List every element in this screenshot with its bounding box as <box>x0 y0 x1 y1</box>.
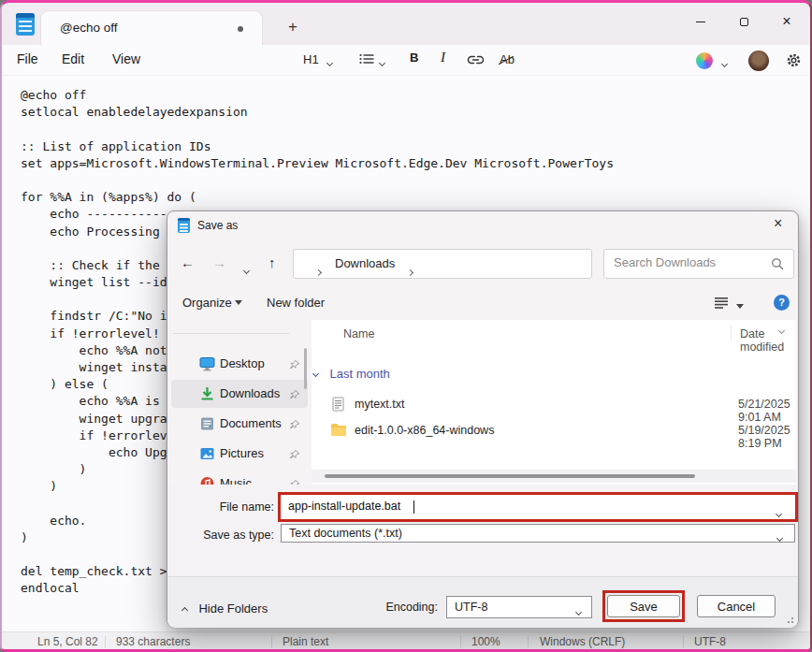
help-button[interactable]: ? <box>774 295 790 311</box>
sidebar-item-downloads[interactable]: Downloads <box>171 380 308 408</box>
hide-folders-button[interactable]: Hide Folders <box>182 600 268 616</box>
maximize-icon <box>740 18 748 26</box>
group-collapse-icon <box>312 370 319 377</box>
downloads-icon <box>199 386 215 401</box>
dialog-title-bar: Save as × <box>167 211 798 239</box>
bold-button[interactable]: B <box>410 51 418 65</box>
cursor-position: Ln 5, Col 82 <box>37 635 98 648</box>
file-row-mytext[interactable]: mytext.txt 5/21/2025 9:01 AM Text Docume… <box>312 393 796 417</box>
save-type-dropdown-icon <box>777 530 782 543</box>
list-button[interactable] <box>359 53 374 67</box>
dialog-close-button[interactable]: × <box>774 215 782 232</box>
column-header-date[interactable]: Date modified <box>740 327 796 354</box>
menu-view[interactable]: View <box>109 51 144 66</box>
dialog-footer: Hide Folders Encoding: UTF-8 Save Cancel <box>167 576 798 628</box>
save-button[interactable]: Save <box>607 595 680 617</box>
organize-dropdown-icon <box>235 300 242 305</box>
gear-icon <box>786 52 802 68</box>
maximize-button[interactable] <box>722 3 765 40</box>
filename-dropdown-icon[interactable] <box>776 503 781 520</box>
pin-icon[interactable] <box>289 417 300 434</box>
group-header-last-month[interactable]: Last month <box>313 365 390 382</box>
clear-formatting-button[interactable]: Ab <box>500 52 515 66</box>
save-as-dialog: Save as × ← → ↑ Downloads <box>167 210 799 628</box>
breadcrumb-root-chevron-icon[interactable] <box>316 262 321 279</box>
insert-link-button[interactable] <box>467 53 485 69</box>
organize-button[interactable]: Organize <box>182 296 242 310</box>
pin-icon[interactable] <box>289 387 300 404</box>
breadcrumb-chevron-icon[interactable] <box>408 262 413 279</box>
view-mode-button[interactable] <box>714 297 729 312</box>
encoding-status: UTF-8 <box>694 635 726 648</box>
column-header-name[interactable]: Name <box>343 327 374 340</box>
breadcrumb-folder[interactable]: Downloads <box>335 256 395 270</box>
title-bar: @echo off + × <box>2 3 810 45</box>
document-mode: Plain text <box>283 635 328 648</box>
copilot-dropdown-icon[interactable] <box>722 55 727 69</box>
nav-recent-dropdown-icon[interactable] <box>244 260 249 277</box>
menu-file[interactable]: File <box>13 51 42 66</box>
resize-grip[interactable] <box>786 616 793 623</box>
italic-button[interactable]: I <box>441 50 445 65</box>
zoom-level: 100% <box>471 635 500 648</box>
documents-icon <box>199 416 215 431</box>
code-line: @echo off <box>21 88 614 105</box>
encoding-dropdown-icon <box>576 604 581 617</box>
file-name-input[interactable]: app-install-update.bat <box>281 495 795 519</box>
nav-forward-button[interactable]: → <box>212 254 226 270</box>
code-line: for %%A in (%apps%) do ( <box>21 190 614 207</box>
new-tab-button[interactable]: + <box>281 16 305 38</box>
code-line <box>21 122 614 138</box>
character-count: 933 characters <box>116 635 190 648</box>
status-bar: Ln 5, Col 82 933 characters Plain text 1… <box>2 631 810 652</box>
avatar <box>748 51 769 71</box>
menu-edit[interactable]: Edit <box>58 51 88 66</box>
sidebar-item-pictures[interactable]: Pictures <box>171 440 308 468</box>
heading-dropdown-icon[interactable] <box>327 54 332 68</box>
encoding-combobox[interactable]: UTF-8 <box>446 596 592 618</box>
account-button[interactable] <box>748 51 769 74</box>
settings-button[interactable] <box>786 52 802 71</box>
search-box[interactable] <box>603 249 794 279</box>
sidebar-item-documents[interactable]: Documents <box>171 410 308 438</box>
pin-icon[interactable] <box>289 357 300 374</box>
list-dropdown-icon[interactable] <box>380 54 384 68</box>
file-row-edit-folder[interactable]: edit-1.0.0-x86_64-windows 5/19/2025 8:19… <box>312 419 796 443</box>
link-icon <box>467 53 485 66</box>
text-file-icon <box>332 397 344 415</box>
tab-echo-off[interactable]: @echo off <box>41 11 262 45</box>
save-type-label: Save as type: <box>167 529 274 542</box>
address-bar[interactable]: Downloads <box>293 249 592 279</box>
cancel-button[interactable]: Cancel <box>697 595 776 617</box>
unsaved-indicator-dot <box>238 26 243 32</box>
nav-back-button[interactable]: ← <box>181 254 195 270</box>
nav-up-button[interactable]: ↑ <box>268 254 276 270</box>
copilot-button[interactable] <box>696 52 713 72</box>
save-type-combobox[interactable]: Text documents (*.txt) <box>281 524 795 543</box>
view-mode-dropdown-icon[interactable] <box>736 299 744 313</box>
code-line <box>21 173 614 190</box>
pictures-icon <box>199 446 215 461</box>
search-input[interactable] <box>614 255 754 269</box>
sidebar-item-desktop[interactable]: Desktop <box>171 350 308 378</box>
sidebar-divider <box>173 333 289 334</box>
list-icon <box>359 53 374 65</box>
tab-title: @echo off <box>60 21 118 35</box>
horizontal-scrollbar[interactable] <box>312 470 796 483</box>
heading-style-button[interactable]: H1 <box>303 52 319 66</box>
code-line: setlocal enabledelayedexpansion <box>21 105 614 122</box>
minimize-button[interactable] <box>679 3 722 40</box>
code-line: set apps=Microsoft.WindowsTerminal.Previ… <box>21 156 614 173</box>
copilot-icon <box>696 52 713 69</box>
pin-icon[interactable] <box>289 447 300 464</box>
notepad-app-icon <box>16 13 35 36</box>
horizontal-scrollbar-thumb[interactable] <box>325 474 695 478</box>
file-name-label: File name: <box>167 500 274 514</box>
new-folder-button[interactable]: New folder <box>267 296 325 310</box>
minimize-icon <box>696 22 705 22</box>
dialog-notepad-icon <box>178 218 190 233</box>
notepad-window: @echo off + × File Edit View H1 B I Ab <box>0 0 812 652</box>
file-list-pane: Name Date modified Type Last month mytex… <box>312 320 796 485</box>
sidebar-scrollbar[interactable] <box>304 348 307 389</box>
close-button[interactable]: × <box>765 3 808 40</box>
